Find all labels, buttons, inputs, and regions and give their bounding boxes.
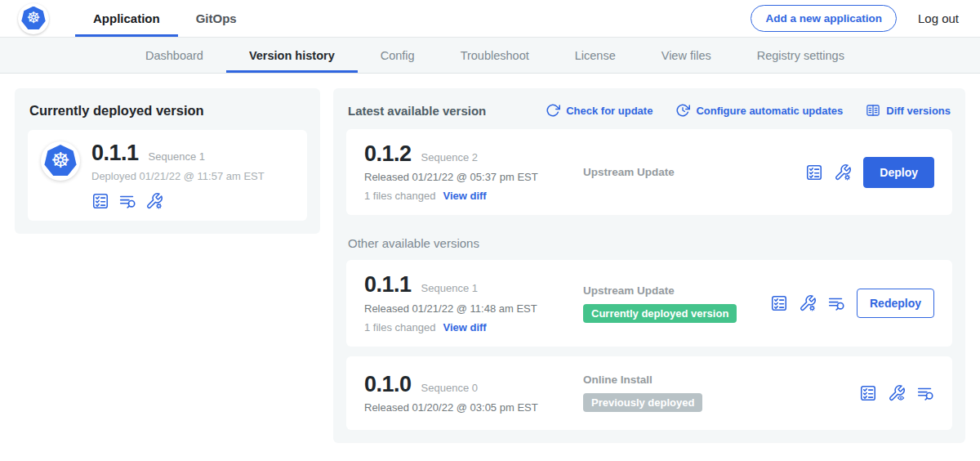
logs-icon[interactable] <box>827 294 845 312</box>
history-actions: Check for update Configure automatic upd… <box>546 103 951 118</box>
deployed-version-actions <box>91 192 265 210</box>
checklist-icon[interactable] <box>91 192 109 210</box>
redeploy-button[interactable]: Redeploy <box>857 289 934 318</box>
auto-update-icon <box>675 103 690 118</box>
logs-icon[interactable] <box>118 192 136 210</box>
released-timestamp: Released 01/21/22 @ 11:48 am EST <box>364 302 570 315</box>
currently-deployed-panel: Currently deployed version ☸ 0.1.1 Seque… <box>15 88 320 234</box>
sequence-label: Sequence 0 <box>421 382 478 394</box>
checklist-icon[interactable] <box>859 384 877 402</box>
files-changed-label: 1 files changed <box>364 190 435 202</box>
version-number: 0.1.2 <box>364 142 412 165</box>
status-badge: Currently deployed version <box>583 304 737 323</box>
other-versions-heading: Other available versions <box>348 236 951 250</box>
subnav-item-dashboard[interactable]: Dashboard <box>122 38 226 73</box>
refresh-icon <box>546 103 560 118</box>
version-number: 0.1.0 <box>364 373 412 396</box>
action-label: Diff versions <box>886 105 951 117</box>
configure-automatic-updates-link[interactable]: Configure automatic updates <box>675 103 843 118</box>
checklist-icon[interactable] <box>805 163 823 181</box>
sequence-label: Sequence 1 <box>149 150 205 163</box>
wrench-gear-icon[interactable] <box>799 294 817 312</box>
subnav-item-license[interactable]: License <box>552 38 639 73</box>
subnav-item-troubleshoot[interactable]: Troubleshoot <box>438 38 552 73</box>
sequence-label: Sequence 1 <box>421 282 478 294</box>
app-logo: ☸ <box>41 141 80 181</box>
checklist-icon[interactable] <box>770 294 788 312</box>
deployed-panel-title: Currently deployed version <box>29 103 307 119</box>
subnav: DashboardVersion historyConfigTroublesho… <box>0 38 980 74</box>
wrench-gear-icon[interactable] <box>834 163 852 181</box>
version-card: 0.1.1 Sequence 1 Released 01/21/22 @ 11:… <box>346 260 952 346</box>
deployed-timestamp: Deployed 01/21/22 @ 11:57 am EST <box>91 170 265 182</box>
files-changed-label: 1 files changed <box>364 321 435 333</box>
version-history-panel: Latest available version Check for updat… <box>333 88 965 443</box>
version-action-icons <box>770 294 845 312</box>
version-number: 0.1.1 <box>364 273 412 296</box>
wrench-eye-icon[interactable] <box>888 384 906 402</box>
deployed-version-details: 0.1.1 Sequence 1 Deployed 01/21/22 @ 11:… <box>91 141 265 210</box>
subnav-item-version-history[interactable]: Version history <box>226 38 358 73</box>
subnav-item-view-files[interactable]: View files <box>639 38 734 73</box>
diff-versions-link[interactable]: Diff versions <box>866 103 951 118</box>
other-versions-slot: 0.1.1 Sequence 1 Released 01/21/22 @ 11:… <box>346 260 952 429</box>
latest-version-slot: 0.1.2 Sequence 2 Released 01/21/22 @ 05:… <box>346 129 952 215</box>
logout-link[interactable]: Log out <box>918 11 959 25</box>
logs-icon[interactable] <box>916 384 934 402</box>
version-action-icons <box>859 384 934 402</box>
version-source-label: Upstream Update <box>583 284 770 297</box>
files-changed-row: 1 files changed View diff <box>364 321 570 333</box>
action-label: Check for update <box>566 105 653 117</box>
deploy-button[interactable]: Deploy <box>863 157 934 188</box>
view-diff-link[interactable]: View diff <box>443 190 486 202</box>
version-card: 0.1.0 Sequence 0 Released 01/20/22 @ 03:… <box>346 356 952 430</box>
diff-icon <box>866 103 880 118</box>
subnav-item-config[interactable]: Config <box>358 38 438 73</box>
sequence-label: Sequence 2 <box>421 151 478 163</box>
version-number: 0.1.1 <box>91 141 139 164</box>
header-right: Add a new application Log out <box>751 5 959 32</box>
add-application-button[interactable]: Add a new application <box>751 5 897 32</box>
released-timestamp: Released 01/21/22 @ 05:37 pm EST <box>364 171 570 183</box>
view-diff-link[interactable]: View diff <box>443 321 486 333</box>
version-card: 0.1.2 Sequence 2 Released 01/21/22 @ 05:… <box>346 129 952 215</box>
tab-application[interactable]: Application <box>75 0 178 37</box>
version-action-icons <box>805 163 852 181</box>
version-source-label: Online Install <box>583 374 859 386</box>
wrench-gear-icon[interactable] <box>145 192 163 210</box>
files-changed-row: 1 files changed View diff <box>364 190 570 202</box>
latest-version-heading: Latest available version <box>348 104 486 118</box>
kubernetes-logo: ☸ <box>18 3 49 34</box>
kubernetes-helm-icon: ☸ <box>21 7 46 31</box>
subnav-item-registry-settings[interactable]: Registry settings <box>734 38 867 73</box>
version-source-label: Upstream Update <box>583 166 805 178</box>
released-timestamp: Released 01/20/22 @ 03:05 pm EST <box>364 401 570 414</box>
tab-gitops[interactable]: GitOps <box>178 0 255 37</box>
top-nav: ☸ ApplicationGitOps Add a new applicatio… <box>0 0 980 38</box>
check-for-update-link[interactable]: Check for update <box>546 103 653 118</box>
main-content: Currently deployed version ☸ 0.1.1 Seque… <box>0 74 980 458</box>
kubernetes-helm-icon: ☸ <box>44 145 77 177</box>
history-panel-header: Latest available version Check for updat… <box>346 100 952 119</box>
deployed-version-card: ☸ 0.1.1 Sequence 1 Deployed 01/21/22 @ 1… <box>28 130 307 221</box>
action-label: Configure automatic updates <box>696 105 843 117</box>
top-tabs: ApplicationGitOps <box>75 0 255 37</box>
status-badge: Previously deployed <box>583 393 702 412</box>
